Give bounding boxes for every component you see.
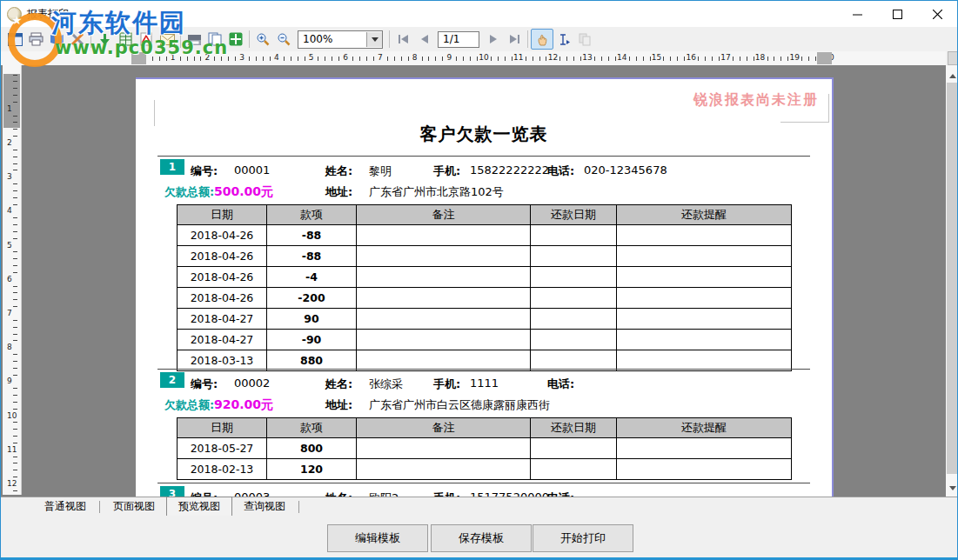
empty-cell bbox=[531, 438, 617, 459]
scroll-down-icon[interactable] bbox=[946, 481, 958, 495]
zoom-level-select[interactable]: 100% bbox=[298, 30, 383, 49]
ruler-tick bbox=[13, 292, 17, 293]
date-cell: 2018-04-26 bbox=[178, 267, 267, 288]
print-icon[interactable] bbox=[25, 30, 46, 49]
empty-cell bbox=[617, 267, 792, 288]
field-value-address: 广东省广州市北京路102号 bbox=[369, 184, 504, 200]
ruler-tick bbox=[505, 57, 506, 61]
zoom-level-value: 100% bbox=[298, 33, 366, 45]
send-email-icon[interactable] bbox=[157, 30, 178, 49]
ruler-tick bbox=[422, 57, 423, 61]
ruler-tick bbox=[13, 251, 17, 252]
amount-cell: -90 bbox=[267, 330, 357, 350]
ruler-number: 7 bbox=[378, 53, 383, 62]
ruler-tick bbox=[808, 57, 809, 61]
field-label-name: 姓名: bbox=[325, 377, 352, 392]
empty-cell bbox=[617, 459, 792, 480]
ruler-tick bbox=[787, 57, 788, 61]
export-file-icon[interactable] bbox=[94, 30, 115, 49]
export-excel-icon[interactable] bbox=[115, 30, 136, 49]
print-setup-icon[interactable] bbox=[67, 30, 88, 49]
ruler-tick bbox=[684, 57, 685, 61]
zoom-in-icon[interactable] bbox=[252, 30, 273, 49]
text-select-icon[interactable] bbox=[553, 30, 574, 49]
tab-普通视图[interactable]: 普通视图 bbox=[33, 497, 97, 516]
report-page: 锐浪报表尚未注册 客户欠款一览表 1编号:00001姓名:黎明手机:158222… bbox=[136, 77, 834, 497]
ruler-tick bbox=[13, 340, 17, 341]
chevron-down-icon[interactable] bbox=[366, 32, 382, 47]
field-value-name: 张综采 bbox=[369, 377, 403, 392]
field-value-id: 00001 bbox=[234, 163, 270, 177]
fit-page-icon[interactable] bbox=[225, 30, 246, 49]
view-tab-bar: 普通视图页面视图预览视图查询视图 bbox=[1, 497, 957, 516]
open-file-icon[interactable] bbox=[46, 30, 67, 49]
debt-table-header: 还款日期 bbox=[531, 418, 617, 438]
ruler-tick bbox=[13, 116, 17, 117]
tab-页面视图[interactable]: 页面视图 bbox=[102, 497, 166, 516]
hand-tool-icon[interactable] bbox=[531, 29, 553, 50]
action-button-1[interactable]: 编辑模板 bbox=[327, 524, 428, 552]
amount-cell: 880 bbox=[267, 350, 357, 371]
print-direct-icon[interactable] bbox=[184, 30, 204, 49]
ruler-tick bbox=[636, 57, 637, 61]
field-value-mobile: 1111 bbox=[470, 377, 499, 390]
ruler-tick bbox=[573, 57, 574, 61]
zoom-out-icon[interactable] bbox=[273, 30, 294, 49]
empty-cell bbox=[357, 330, 531, 350]
amount-cell: 90 bbox=[267, 309, 357, 330]
ruler-number: 1 bbox=[7, 104, 12, 113]
ruler-tick bbox=[13, 197, 17, 198]
ruler-tick bbox=[13, 299, 17, 300]
ruler-tick bbox=[13, 368, 17, 369]
debt-table-header: 日期 bbox=[178, 205, 267, 225]
field-label-total: 欠款总额: bbox=[164, 397, 214, 413]
tab-separator bbox=[298, 501, 299, 513]
ruler-tick bbox=[677, 57, 678, 61]
field-label-phone: 电话: bbox=[547, 490, 574, 497]
ruler-tick bbox=[221, 57, 222, 61]
tab-查询视图[interactable]: 查询视图 bbox=[232, 497, 297, 516]
page-layout-icon[interactable] bbox=[204, 30, 225, 49]
vertical-scrollbar[interactable] bbox=[946, 65, 958, 497]
ruler-tick bbox=[428, 57, 429, 61]
ruler-tick bbox=[387, 57, 388, 61]
ruler-tick bbox=[767, 57, 768, 61]
ruler-tick bbox=[228, 57, 229, 61]
date-cell: 2018-02-13 bbox=[178, 459, 267, 480]
date-cell: 2018-04-26 bbox=[178, 288, 267, 309]
ruler-tick bbox=[442, 57, 443, 61]
amount-cell: -88 bbox=[267, 225, 357, 246]
action-button-3[interactable]: 开始打印 bbox=[533, 524, 633, 552]
scroll-up-icon[interactable] bbox=[946, 69, 958, 83]
field-value-mobile: 15822222222 bbox=[470, 163, 549, 177]
ruler-tick bbox=[235, 57, 236, 61]
ruler-tick bbox=[477, 57, 478, 61]
empty-cell bbox=[357, 267, 531, 288]
maximize-button[interactable] bbox=[877, 1, 917, 27]
empty-cell bbox=[531, 288, 617, 309]
export-pdf-icon[interactable] bbox=[136, 30, 157, 49]
field-label-id: 编号: bbox=[191, 490, 218, 497]
ruler-tick bbox=[13, 402, 17, 403]
ruler-number: 11 bbox=[513, 53, 523, 62]
horizontal-ruler: 1234567891011121314151617181920 bbox=[1, 51, 946, 66]
empty-cell bbox=[357, 309, 531, 330]
ruler-tick bbox=[780, 57, 781, 61]
ruler-number: 3 bbox=[7, 172, 12, 181]
ruler-tick bbox=[456, 57, 457, 61]
ruler-number: 12 bbox=[548, 53, 558, 62]
last-page-icon[interactable] bbox=[504, 30, 525, 49]
action-button-2[interactable]: 保存模板 bbox=[431, 524, 532, 552]
close-button[interactable] bbox=[917, 1, 957, 27]
prev-page-icon[interactable] bbox=[413, 30, 434, 49]
page-number-input[interactable]: 1/1 bbox=[438, 31, 479, 48]
tab-预览视图[interactable]: 预览视图 bbox=[166, 497, 232, 517]
scrollbar-thumb[interactable] bbox=[947, 83, 958, 474]
next-page-icon[interactable] bbox=[483, 30, 504, 49]
close-preview-icon[interactable] bbox=[4, 30, 25, 49]
field-label-mobile: 手机: bbox=[433, 377, 460, 392]
first-page-icon[interactable] bbox=[392, 30, 413, 49]
ruler-tick bbox=[643, 57, 644, 61]
minimize-button[interactable] bbox=[837, 1, 877, 27]
ruler-tick bbox=[166, 57, 167, 61]
